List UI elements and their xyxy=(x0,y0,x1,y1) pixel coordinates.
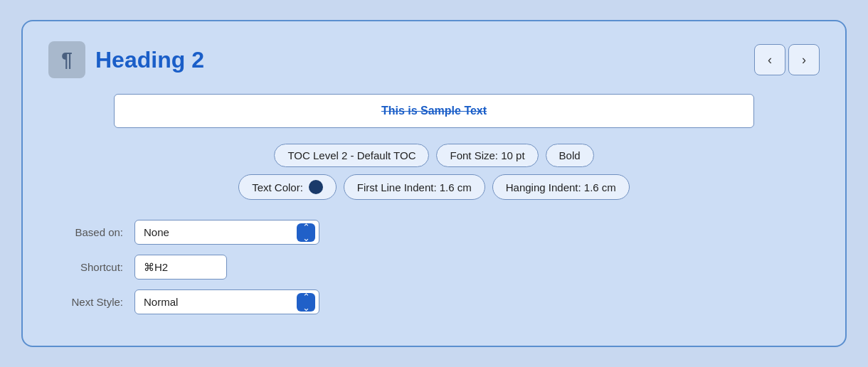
badge-bold: Bold xyxy=(546,144,594,167)
based-on-select-wrapper: None Default Paragraph Style Heading 1 ⌃… xyxy=(134,220,319,245)
color-dot xyxy=(309,180,323,194)
sample-text: This is Sample Text xyxy=(381,105,487,117)
next-style-label: Next Style: xyxy=(55,296,123,308)
badges-row2: Text Color: First Line Indent: 1.6 cm Ha… xyxy=(48,174,820,200)
nav-buttons: ‹ › xyxy=(754,44,820,75)
shortcut-input[interactable] xyxy=(134,255,227,280)
based-on-select[interactable]: None Default Paragraph Style Heading 1 xyxy=(134,220,319,245)
next-style-row: Next Style: Normal Heading 1 Heading 2 H… xyxy=(55,289,820,314)
sample-text-box: This is Sample Text xyxy=(114,94,754,128)
based-on-row: Based on: None Default Paragraph Style H… xyxy=(55,220,820,245)
badge-textcolor: Text Color: xyxy=(238,174,337,200)
style-panel: ¶ Heading 2 ‹ › This is Sample Text TOC … xyxy=(21,20,847,347)
prev-button[interactable]: ‹ xyxy=(754,44,785,75)
badge-toc: TOC Level 2 - Default TOC xyxy=(274,144,429,167)
badge-hangindent: Hanging Indent: 1.6 cm xyxy=(492,174,630,200)
shortcut-row: Shortcut: xyxy=(55,255,820,280)
fields-section: Based on: None Default Paragraph Style H… xyxy=(48,220,820,314)
badge-fontsize: Font Size: 10 pt xyxy=(436,144,538,167)
shortcut-label: Shortcut: xyxy=(55,261,123,273)
based-on-label: Based on: xyxy=(55,226,123,238)
heading-left: ¶ Heading 2 xyxy=(48,41,204,78)
next-style-select-wrapper: Normal Heading 1 Heading 2 Heading 3 ⌃⌄ xyxy=(134,289,319,314)
header-row: ¶ Heading 2 ‹ › xyxy=(48,41,820,78)
heading-title: Heading 2 xyxy=(95,47,204,73)
badge-firstindent: First Line Indent: 1.6 cm xyxy=(344,174,485,200)
badges-row1: TOC Level 2 - Default TOC Font Size: 10 … xyxy=(48,144,820,167)
pilcrow-icon: ¶ xyxy=(48,41,85,78)
next-style-select[interactable]: Normal Heading 1 Heading 2 Heading 3 xyxy=(134,289,319,314)
next-button[interactable]: › xyxy=(788,44,820,75)
